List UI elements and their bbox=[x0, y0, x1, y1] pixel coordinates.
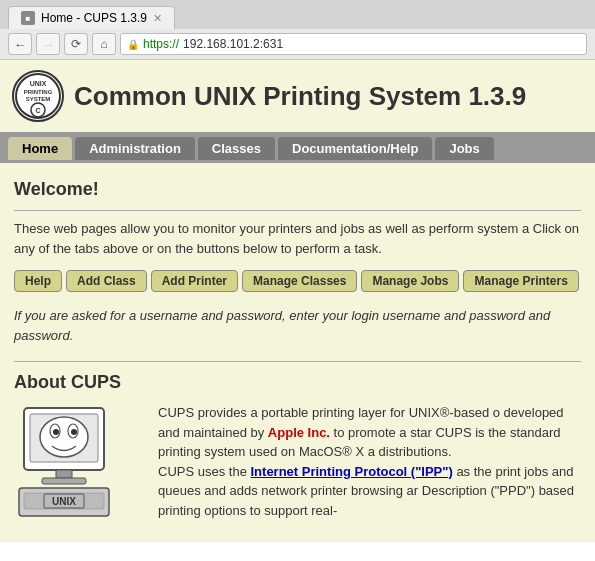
site-header: UNIX PRINTING SYSTEM C Common UNIX Print… bbox=[0, 60, 595, 134]
svg-text:UNIX: UNIX bbox=[52, 496, 76, 507]
svg-text:SYSTEM: SYSTEM bbox=[26, 96, 51, 102]
url-address: 192.168.101.2:631 bbox=[183, 37, 283, 51]
tab-favicon: ■ bbox=[21, 11, 35, 25]
back-button[interactable]: ← bbox=[8, 33, 32, 55]
apple-link[interactable]: Apple Inc. bbox=[268, 425, 330, 440]
unix-computer-svg: UNIX bbox=[14, 403, 144, 523]
about-paragraph-2: CUPS uses the Internet Printing Protocol… bbox=[158, 462, 581, 521]
cups-logo-svg: UNIX PRINTING SYSTEM C bbox=[14, 72, 62, 120]
cups-logo: UNIX PRINTING SYSTEM C bbox=[12, 70, 64, 122]
page-content: UNIX PRINTING SYSTEM C Common UNIX Print… bbox=[0, 60, 595, 542]
site-navigation: Home Administration Classes Documentatio… bbox=[0, 134, 595, 163]
svg-rect-13 bbox=[56, 470, 72, 478]
home-button[interactable]: ⌂ bbox=[92, 33, 116, 55]
svg-point-11 bbox=[53, 429, 59, 435]
help-button[interactable]: Help bbox=[14, 270, 62, 292]
about-section: About CUPS bbox=[14, 361, 581, 526]
browser-nav-bar: ← → ⟳ ⌂ 🔒 https:// 192.168.101.2:631 bbox=[0, 29, 595, 59]
welcome-description: These web pages allow you to monitor you… bbox=[14, 219, 581, 258]
action-buttons-container: Help Add Class Add Printer Manage Classe… bbox=[14, 270, 581, 292]
add-class-button[interactable]: Add Class bbox=[66, 270, 147, 292]
url-protocol: https:// bbox=[143, 37, 179, 51]
manage-printers-button[interactable]: Manage Printers bbox=[463, 270, 578, 292]
about-heading: About CUPS bbox=[14, 361, 581, 393]
login-note: If you are asked for a username and pass… bbox=[14, 306, 581, 345]
svg-text:UNIX: UNIX bbox=[30, 80, 47, 87]
tab-close-button[interactable]: ✕ bbox=[153, 12, 162, 25]
unix-computer-illustration: UNIX bbox=[14, 403, 144, 526]
svg-text:PRINTING: PRINTING bbox=[24, 89, 53, 95]
nav-tab-documentation[interactable]: Documentation/Help bbox=[278, 137, 432, 160]
site-title: Common UNIX Printing System 1.3.9 bbox=[74, 81, 526, 112]
about-content: UNIX CUPS provides a portable printing l… bbox=[14, 403, 581, 526]
svg-text:C: C bbox=[35, 107, 40, 114]
browser-tab[interactable]: ■ Home - CUPS 1.3.9 ✕ bbox=[8, 6, 175, 29]
nav-tab-administration[interactable]: Administration bbox=[75, 137, 195, 160]
nav-tab-jobs[interactable]: Jobs bbox=[435, 137, 493, 160]
welcome-divider bbox=[14, 210, 581, 211]
manage-classes-button[interactable]: Manage Classes bbox=[242, 270, 357, 292]
manage-jobs-button[interactable]: Manage Jobs bbox=[361, 270, 459, 292]
refresh-button[interactable]: ⟳ bbox=[64, 33, 88, 55]
welcome-heading: Welcome! bbox=[14, 179, 581, 200]
about-text-container: CUPS provides a portable printing layer … bbox=[158, 403, 581, 526]
svg-point-12 bbox=[71, 429, 77, 435]
about-paragraph-1: CUPS provides a portable printing layer … bbox=[158, 403, 581, 462]
main-content: Welcome! These web pages allow you to mo… bbox=[0, 163, 595, 542]
add-printer-button[interactable]: Add Printer bbox=[151, 270, 238, 292]
forward-button[interactable]: → bbox=[36, 33, 60, 55]
browser-chrome: ■ Home - CUPS 1.3.9 ✕ ← → ⟳ ⌂ 🔒 https://… bbox=[0, 0, 595, 60]
ipp-link[interactable]: Internet Printing Protocol ("IPP") bbox=[251, 464, 453, 479]
nav-tab-home[interactable]: Home bbox=[8, 137, 72, 160]
tab-title: Home - CUPS 1.3.9 bbox=[41, 11, 147, 25]
tab-bar: ■ Home - CUPS 1.3.9 ✕ bbox=[0, 0, 595, 29]
nav-tab-classes[interactable]: Classes bbox=[198, 137, 275, 160]
address-bar[interactable]: 🔒 https:// 192.168.101.2:631 bbox=[120, 33, 587, 55]
lock-icon: 🔒 bbox=[127, 39, 139, 50]
svg-rect-14 bbox=[42, 478, 86, 484]
